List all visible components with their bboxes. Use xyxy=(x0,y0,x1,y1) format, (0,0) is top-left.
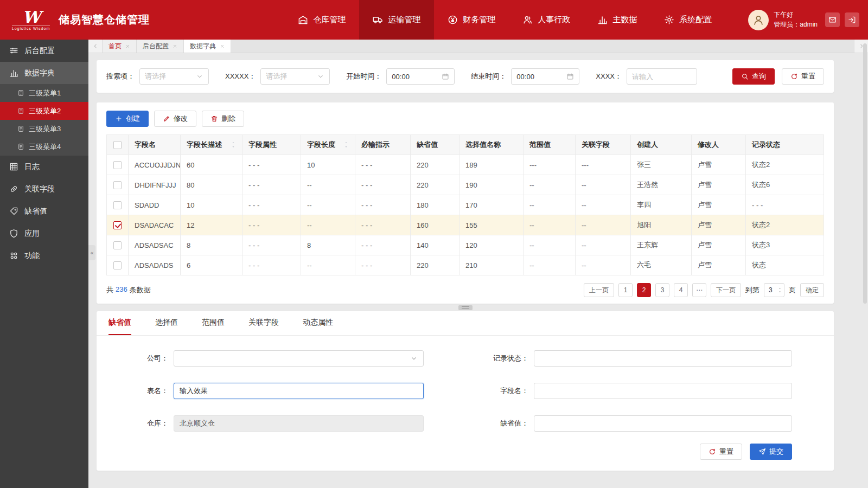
search-select-0[interactable]: 请选择 xyxy=(139,68,209,85)
search-time-2[interactable]: 00:00 xyxy=(386,68,455,85)
detail-tab-4[interactable]: 动态属性 xyxy=(303,311,333,335)
user-role: 管理员：admin xyxy=(774,20,818,29)
detail-tab-3[interactable]: 关联字段 xyxy=(248,311,279,335)
row-checkbox[interactable] xyxy=(113,261,122,269)
sidebar-item-3[interactable]: 关联字段 xyxy=(0,178,88,200)
tab-2[interactable]: 数据字典 xyxy=(184,40,231,53)
sidebar-collapse-handle[interactable]: « xyxy=(88,245,95,260)
delete-button[interactable]: 删除 xyxy=(202,111,244,127)
col-header-3[interactable]: 字段长度 xyxy=(301,135,355,155)
sidebar-item-0[interactable]: 后台配置 xyxy=(0,40,88,62)
page-scrollbar[interactable] xyxy=(863,43,867,304)
open-tabs: 首页后台配置数据字典 xyxy=(103,40,231,53)
search-select-1[interactable]: 请选择 xyxy=(260,68,330,85)
field-name-input[interactable] xyxy=(534,383,792,399)
prev-page-button[interactable]: 上一页 xyxy=(584,283,614,297)
jump-page-input[interactable]: 3 xyxy=(764,283,784,297)
detail-tab-1[interactable]: 选择值 xyxy=(155,311,178,335)
avatar[interactable] xyxy=(748,10,769,30)
query-button[interactable]: 查询 xyxy=(732,68,775,85)
nav-item-2[interactable]: 财务管理 xyxy=(434,0,509,40)
close-icon[interactable] xyxy=(173,44,177,49)
sort-control[interactable] xyxy=(231,141,236,149)
row-checkbox[interactable] xyxy=(113,161,122,169)
sidebar-item-1[interactable]: 数据字典 xyxy=(0,62,88,84)
nav-item-0[interactable]: 仓库管理 xyxy=(284,0,359,40)
tabs-scroll-left-button[interactable] xyxy=(88,40,103,53)
sidebar-item-6[interactable]: 功能 xyxy=(0,245,88,267)
app-title: 储易智慧仓储管理 xyxy=(59,12,150,27)
mail-button[interactable] xyxy=(825,12,840,27)
table-row-5[interactable]: ADSADADS6- - ---- - -220210----六毛卢雪状态 xyxy=(107,255,824,275)
nav-item-4[interactable]: 主数据 xyxy=(584,0,650,40)
nav-item-5[interactable]: 系统配置 xyxy=(650,0,725,40)
close-icon[interactable] xyxy=(125,44,130,49)
table-row-2[interactable]: SDADD10- - ---- - -180170----李四卢雪- - - xyxy=(107,195,824,215)
detail-tab-2[interactable]: 范围值 xyxy=(202,311,225,335)
close-icon[interactable] xyxy=(220,44,225,49)
split-drag-handle[interactable] xyxy=(458,305,473,310)
logout-icon xyxy=(848,16,856,24)
tab-0[interactable]: 首页 xyxy=(103,40,137,53)
search-reset-button[interactable]: 重置 xyxy=(782,68,824,85)
form-submit-button[interactable]: 提交 xyxy=(750,444,792,460)
table-row-0[interactable]: ACCUOJJDJN60- - -10- - -220189------张三卢雪… xyxy=(107,155,824,175)
nav-item-label: 主数据 xyxy=(612,15,637,25)
sidebar-item-4[interactable]: 缺省值 xyxy=(0,200,88,222)
confirm-page-button[interactable]: 确定 xyxy=(800,283,824,297)
sidebar-subitem-1[interactable]: 三级菜单2 xyxy=(0,102,88,120)
sidebar-subitem-3[interactable]: 三级菜单4 xyxy=(0,138,88,156)
table-cell: - - - xyxy=(242,255,301,275)
page-button-2[interactable]: 2 xyxy=(637,283,651,297)
col-header-1[interactable]: 字段长描述 xyxy=(181,135,242,155)
search-time-3[interactable]: 00:00 xyxy=(511,68,579,85)
select-all-cell xyxy=(107,135,129,155)
search-fields: 搜索项：请选择XXXXX：请选择开始时间：00:00结束时间：00:00XXXX… xyxy=(106,68,713,85)
table-row-1[interactable]: DHDIFNFJJJ80- - ---- - -220190----王浩然卢雪状… xyxy=(107,175,824,195)
row-checkbox[interactable] xyxy=(113,201,122,209)
sidebar-item-2[interactable]: 日志 xyxy=(0,156,88,178)
table-header-row: 字段名字段长描述字段属性字段长度必输指示缺省值选择值名称范围值关联字段创建人修改… xyxy=(107,135,824,155)
table-cell: 6 xyxy=(181,255,242,275)
page-button-1[interactable]: 1 xyxy=(618,283,633,297)
row-checkbox[interactable] xyxy=(113,241,122,249)
search-field-label: XXXXX： xyxy=(225,72,256,81)
table-name-field: 表名： xyxy=(107,383,450,399)
detail-tab-0[interactable]: 缺省值 xyxy=(108,311,131,335)
col-header-10: 修改人 xyxy=(692,135,746,155)
nav-item-1[interactable]: 运输管理 xyxy=(359,0,434,40)
select-all-checkbox[interactable] xyxy=(113,141,122,149)
search-icon xyxy=(741,73,749,80)
table-cell: -- xyxy=(524,195,576,215)
default-value-input[interactable] xyxy=(534,415,792,432)
row-checkbox[interactable] xyxy=(113,221,122,229)
sort-control[interactable] xyxy=(343,141,349,149)
page-ellipsis[interactable]: ⋯ xyxy=(692,283,706,297)
sidebar-subitem-2[interactable]: 三级菜单3 xyxy=(0,120,88,138)
nav-item-3[interactable]: 人事行政 xyxy=(509,0,584,40)
field-name-field: 字段名： xyxy=(450,383,792,399)
company-select[interactable] xyxy=(174,350,424,367)
table-row-3[interactable]: DSADACAC12- - ---- - -160155----旭阳卢雪状态2 xyxy=(107,215,824,235)
table-row-4[interactable]: ADSADSAC8- - -8- - -140120----王东辉卢雪状态3 xyxy=(107,235,824,255)
table-cell: - - - xyxy=(242,215,301,235)
caret-down-icon xyxy=(777,290,782,293)
record-status-input[interactable] xyxy=(534,350,792,367)
tab-1[interactable]: 后台配置 xyxy=(137,40,184,53)
page-button-4[interactable]: 4 xyxy=(674,283,688,297)
row-checkbox[interactable] xyxy=(113,181,122,189)
warehouse-input[interactable] xyxy=(174,415,424,432)
sidebar-subitem-0[interactable]: 三级菜单1 xyxy=(0,84,88,102)
search-input-4[interactable] xyxy=(627,68,697,85)
edit-button[interactable]: 修改 xyxy=(154,111,196,127)
logout-button[interactable] xyxy=(845,12,859,27)
sidebar-item-5[interactable]: 应用 xyxy=(0,222,88,245)
page-button-3[interactable]: 3 xyxy=(655,283,669,297)
table-name-input[interactable] xyxy=(174,383,424,399)
table-cell: 卢雪 xyxy=(692,175,746,195)
next-page-button[interactable]: 下一页 xyxy=(711,283,741,297)
create-button[interactable]: 创建 xyxy=(106,111,149,127)
table-cell: 李四 xyxy=(631,195,692,215)
form-reset-button[interactable]: 重置 xyxy=(700,444,742,460)
jump-spinner[interactable] xyxy=(777,287,782,293)
